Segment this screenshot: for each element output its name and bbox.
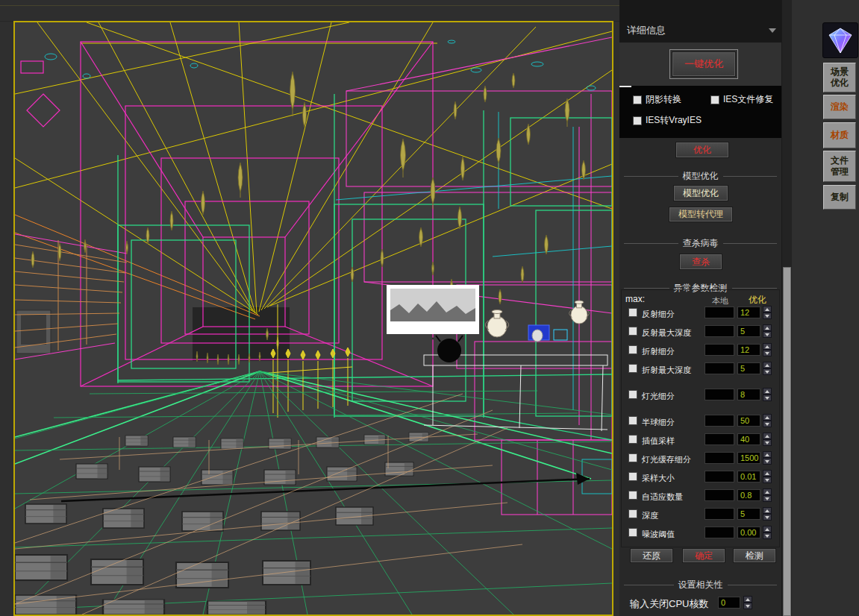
param-spinner[interactable]	[763, 507, 772, 521]
cpu-cores-field[interactable]: 0	[718, 597, 740, 609]
param-local-field[interactable]	[705, 307, 734, 318]
param-spinner[interactable]	[763, 362, 772, 376]
param-value-field[interactable]: 50	[737, 415, 760, 427]
param-spinner[interactable]	[763, 324, 772, 339]
param-label: 灯光缓存细分	[642, 454, 691, 465]
param-checkbox[interactable]	[628, 364, 637, 373]
param-value-field[interactable]: 5	[737, 362, 760, 374]
spinner-up-icon	[763, 388, 772, 395]
param-value-field[interactable]: 5	[737, 508, 760, 520]
param-label: 折射细分	[642, 346, 675, 357]
param-spinner[interactable]	[763, 526, 772, 540]
param-checkbox[interactable]	[628, 435, 637, 444]
param-checkbox[interactable]	[628, 390, 637, 399]
rollout-marker	[619, 86, 631, 87]
param-spinner[interactable]	[763, 306, 772, 320]
ies-vray-label: IES转VrayIES	[646, 114, 702, 127]
model-section-separator: 模型优化	[624, 170, 777, 183]
param-label: 深度	[642, 510, 658, 521]
param-spinner[interactable]	[763, 414, 772, 428]
optimize-button[interactable]: 优化	[675, 142, 729, 158]
ies-fix-label: IES文件修复	[723, 93, 773, 106]
param-local-field[interactable]	[705, 325, 734, 337]
param-local-field[interactable]	[705, 433, 734, 445]
param-checkbox[interactable]	[628, 509, 637, 518]
sidebar-item-render[interactable]: 渲染	[823, 95, 856, 119]
param-spinner[interactable]	[763, 488, 772, 503]
model-optimize-button[interactable]: 模型优化	[673, 185, 728, 201]
sidebar-label: 文件	[824, 155, 855, 166]
param-row-lightcache-subdivs: 灯光缓存细分 1500	[619, 451, 781, 466]
param-checkbox[interactable]	[628, 528, 637, 537]
scrollbar-thumb[interactable]	[783, 267, 791, 616]
spinner-up-icon	[763, 488, 772, 495]
spinner-down-icon	[763, 368, 772, 375]
detect-button[interactable]: 检测	[733, 548, 776, 563]
param-local-field[interactable]	[705, 452, 734, 464]
ok-button[interactable]: 确定	[682, 548, 725, 563]
param-local-field[interactable]	[705, 389, 734, 400]
param-spinner[interactable]	[763, 388, 772, 402]
param-spinner[interactable]	[763, 343, 772, 357]
shadow-convert-option[interactable]: 阴影转换	[633, 93, 681, 106]
param-local-field[interactable]	[705, 527, 734, 538]
panel-scrollbar[interactable]	[781, 0, 792, 616]
param-local-field[interactable]	[705, 489, 734, 501]
sidebar-item-scene-optimize[interactable]: 场景 优化	[823, 63, 856, 92]
param-value-field[interactable]: 0.01	[737, 471, 760, 483]
param-checkbox[interactable]	[628, 491, 637, 500]
param-local-field[interactable]	[705, 344, 734, 356]
param-local-field[interactable]	[705, 508, 734, 520]
one-click-optimize-button[interactable]: 一键优化	[672, 51, 736, 77]
spinner-down-icon	[763, 350, 772, 356]
param-checkbox[interactable]	[628, 327, 637, 336]
vray-gem-icon[interactable]	[822, 22, 858, 58]
spinner-up-icon	[763, 362, 772, 368]
param-checkbox[interactable]	[628, 308, 637, 317]
param-spinner[interactable]	[763, 451, 772, 465]
sidebar-item-file-manage[interactable]: 文件 管理	[823, 151, 856, 182]
param-value-field[interactable]: 8	[737, 389, 760, 400]
param-checkbox[interactable]	[628, 472, 637, 481]
ies-fix-checkbox[interactable]	[710, 95, 719, 104]
sidebar-label: 管理	[824, 166, 855, 177]
model-to-proxy-button[interactable]: 模型转代理	[669, 207, 733, 222]
sidebar-item-copy[interactable]: 复制	[823, 185, 856, 210]
param-spinner[interactable]	[763, 433, 772, 447]
param-local-field[interactable]	[705, 362, 734, 374]
param-checkbox[interactable]	[628, 453, 637, 462]
virus-section-separator: 查杀病毒	[624, 237, 777, 250]
param-value-field[interactable]: 12	[737, 344, 760, 356]
param-checkbox[interactable]	[628, 416, 637, 425]
param-spinner[interactable]	[763, 470, 772, 484]
param-value-field[interactable]: 12	[737, 307, 760, 318]
param-label: 自适应数量	[642, 491, 683, 503]
cpu-cores-label: 输入关闭CPU核数	[630, 597, 708, 611]
ies-vray-option[interactable]: IES转VrayIES	[633, 114, 702, 127]
param-checkbox[interactable]	[628, 345, 637, 354]
local-column-label: 本地	[712, 295, 728, 307]
restore-button[interactable]: 还原	[630, 548, 673, 563]
chevron-down-icon[interactable]	[769, 28, 776, 33]
param-label: 折射最大深度	[642, 365, 691, 376]
settings-section-separator: 设置相关性	[624, 579, 777, 591]
cpu-spinner[interactable]	[743, 596, 752, 610]
sidebar-label: 场景	[824, 66, 855, 78]
ies-vray-checkbox[interactable]	[633, 116, 642, 125]
param-value-field[interactable]: 0.8	[737, 489, 760, 501]
ies-fix-option[interactable]: IES文件修复	[710, 93, 773, 106]
param-value-field[interactable]: 1500	[737, 452, 760, 464]
param-value-field[interactable]: 0.00	[737, 527, 760, 538]
param-local-field[interactable]	[705, 415, 734, 427]
virus-scan-button[interactable]: 查杀	[679, 254, 722, 270]
param-value-field[interactable]: 40	[737, 433, 760, 445]
param-value-field[interactable]: 5	[737, 325, 760, 337]
spinner-down-icon	[763, 458, 772, 465]
sidebar-item-material[interactable]: 材质	[823, 122, 856, 148]
virus-section-title: 查杀病毒	[683, 237, 719, 250]
viewport[interactable]	[13, 21, 613, 616]
model-section-title: 模型优化	[683, 170, 719, 183]
param-row-reflect-depth: 反射最大深度 5	[619, 324, 781, 339]
shadow-checkbox[interactable]	[633, 95, 642, 104]
param-local-field[interactable]	[705, 471, 734, 483]
